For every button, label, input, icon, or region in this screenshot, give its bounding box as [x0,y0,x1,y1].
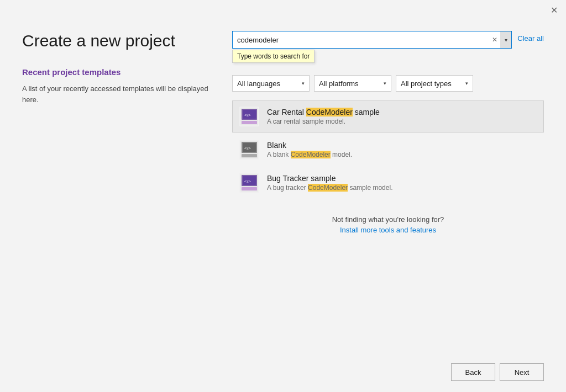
highlight-codemodeler-3: CodeModeler [308,184,348,192]
svg-text:</>: </> [244,146,251,151]
search-input-wrapper: ✕ ▾ [232,31,512,49]
template-name-car-rental: Car Rental CodeModeler sample [267,108,537,116]
template-desc-blank: A blank CodeModeler model. [267,151,537,158]
template-name-bug-tracker: Bug Tracker sample [267,174,537,183]
search-row: ✕ ▾ Type words to search for Clear all [232,31,544,49]
filters-row: All languages ▾ All platforms ▾ All proj… [232,75,544,92]
project-type-filter[interactable]: All project types ▾ [396,75,473,92]
template-info-car-rental: Car Rental CodeModeler sample A car rent… [267,108,537,125]
svg-text:</>: </> [244,179,251,184]
project-type-filter-label: All project types [401,80,452,88]
not-finding-section: Not finding what you're looking for? Ins… [232,215,544,234]
platform-filter[interactable]: All platforms ▾ [314,75,391,92]
clear-all-button[interactable]: Clear all [517,31,544,43]
window: ✕ Create a new project Recent project te… [0,0,566,392]
template-info-blank: Blank A blank CodeModeler model. [267,141,537,158]
close-button[interactable]: ✕ [548,4,559,15]
search-dropdown-button[interactable]: ▾ [500,31,511,48]
templates-list: </> Car Rental CodeModeler sample A car … [232,100,544,357]
platform-filter-arrow: ▾ [384,81,386,86]
search-clear-button[interactable]: ✕ [489,34,500,45]
search-container: ✕ ▾ Type words to search for [232,31,512,49]
highlight-codemodeler-1: CodeModeler [306,108,353,116]
platform-filter-label: All platforms [319,80,359,88]
title-bar: ✕ [0,0,566,20]
back-button[interactable]: Back [451,363,495,381]
footer: Back Next [0,357,566,392]
svg-rect-11 [242,154,257,157]
recent-description: A list of your recently accessed templat… [22,83,210,105]
search-tooltip: Type words to search for [232,50,315,63]
svg-text:</>: </> [244,113,251,118]
template-icon-bug-tracker: </> [239,173,259,193]
template-desc-bug-tracker: A bug tracker CodeModeler sample model. [267,184,537,192]
template-item-bug-tracker[interactable]: </> Bug Tracker sample A bug tracker Cod… [232,167,544,199]
language-filter-arrow: ▾ [302,81,305,86]
recent-section-title: Recent project templates [22,67,210,77]
right-panel: ✕ ▾ Type words to search for Clear all A… [232,20,544,357]
template-desc-car-rental: A car rental sample model. [267,118,537,125]
highlight-codemodeler-2: CodeModeler [291,151,331,158]
search-input[interactable] [233,34,489,46]
template-item-blank[interactable]: </> Blank A blank CodeModeler model. [232,134,544,166]
template-icon-blank: </> [239,140,259,160]
page-title: Create a new project [22,31,210,51]
template-icon-car-rental: </> [239,107,259,126]
next-button[interactable]: Next [500,363,544,381]
project-type-filter-arrow: ▾ [465,81,468,86]
language-filter-label: All languages [237,80,280,88]
not-finding-text: Not finding what you're looking for? [332,215,444,224]
left-panel: Create a new project Recent project temp… [22,20,232,357]
template-info-bug-tracker: Bug Tracker sample A bug tracker CodeMod… [267,174,537,192]
svg-rect-5 [242,121,257,124]
template-item[interactable]: </> Car Rental CodeModeler sample A car … [232,100,544,133]
main-content: Create a new project Recent project temp… [0,20,566,357]
install-tools-link[interactable]: Install more tools and features [232,226,544,234]
language-filter[interactable]: All languages ▾ [232,75,310,92]
template-name-blank: Blank [267,141,537,150]
svg-rect-17 [242,187,257,190]
